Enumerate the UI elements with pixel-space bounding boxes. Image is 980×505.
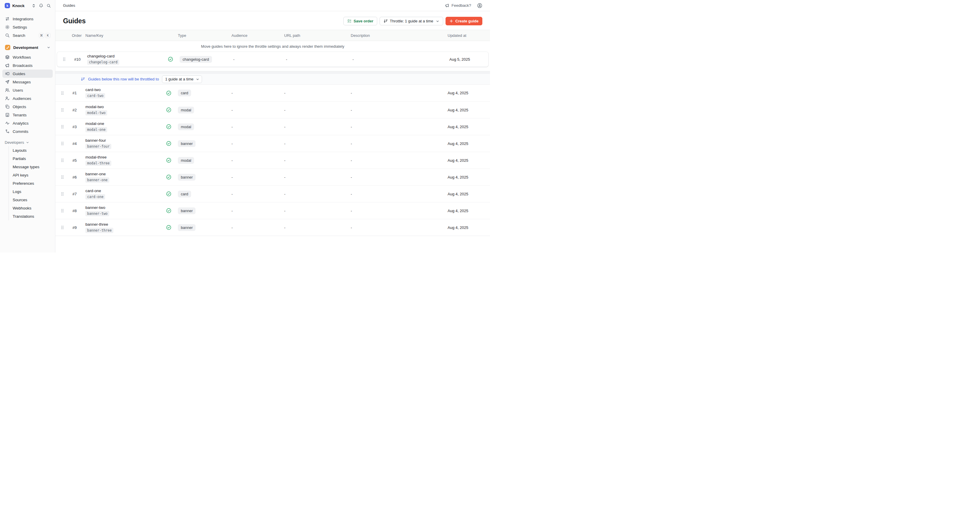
- sidebar-item-analytics[interactable]: Analytics: [2, 119, 53, 127]
- sidebar-nav: Integrations Settings Search ⌘ K Develop…: [0, 11, 55, 220]
- guide-name-link[interactable]: modal-two: [85, 105, 103, 109]
- workspace-switcher-icon[interactable]: [32, 3, 36, 8]
- throttle-divider-strip: [56, 71, 490, 74]
- check-circle-icon: [166, 91, 171, 96]
- row-audience: -: [229, 142, 282, 146]
- guide-name-link[interactable]: banner-one: [85, 172, 106, 176]
- guide-type-badge: banner: [178, 207, 196, 214]
- drag-handle[interactable]: [56, 209, 70, 213]
- sidebar-item-label: Objects: [13, 105, 26, 109]
- sidebar-item-message-types[interactable]: Message types: [9, 162, 55, 171]
- chevron-down-icon: [196, 78, 199, 81]
- guide-key-badge: banner-two: [85, 211, 109, 216]
- environment-switcher[interactable]: Development: [2, 43, 53, 52]
- guide-name-link[interactable]: banner-two: [85, 206, 105, 210]
- row-audience: -: [229, 108, 282, 112]
- sidebar-item-partials[interactable]: Partials: [9, 155, 55, 162]
- sidebar-item-label: Workflows: [13, 55, 31, 59]
- sidebar-item-workflows[interactable]: Workflows: [2, 53, 53, 61]
- drag-handle[interactable]: [56, 124, 70, 129]
- sidebar-item-label: Users: [13, 88, 23, 92]
- drag-handle[interactable]: [56, 225, 70, 229]
- row-order: #9: [70, 225, 84, 230]
- create-guide-button[interactable]: Create guide: [445, 17, 482, 25]
- guide-active-status: [166, 124, 174, 129]
- sidebar-item-settings[interactable]: Settings: [2, 23, 53, 31]
- sidebar-item-logs[interactable]: Logs: [9, 187, 55, 196]
- sidebar-item-webhooks[interactable]: Webhooks: [9, 204, 55, 212]
- row-updated-at: Aug 4, 2025: [447, 91, 490, 95]
- sidebar-item-api-keys[interactable]: API keys: [9, 171, 55, 179]
- sidebar-item-layouts[interactable]: Layouts: [9, 146, 55, 155]
- sidebar-item-commits[interactable]: Commits: [2, 127, 53, 135]
- sidebar-item-objects[interactable]: Objects: [2, 102, 53, 111]
- sidebar-item-messages[interactable]: Messages: [2, 78, 53, 86]
- drag-dots-icon: [60, 158, 64, 162]
- shortcut-key-k: K: [45, 33, 50, 38]
- sidebar-item-translations[interactable]: Translations: [9, 212, 55, 220]
- developers-group-toggle[interactable]: Developers: [0, 139, 55, 146]
- check-circle-icon: [166, 141, 171, 146]
- row-url-path: -: [282, 209, 350, 213]
- drag-handle[interactable]: [56, 142, 70, 145]
- sidebar-item-tenants[interactable]: Tenants: [2, 111, 53, 119]
- column-header-type: Type: [174, 33, 229, 38]
- sidebar-item-label: Integrations: [13, 17, 33, 21]
- guide-name-link[interactable]: card-two: [85, 88, 101, 92]
- row-updated-at: Aug 4, 2025: [447, 192, 490, 196]
- row-description: -: [350, 225, 447, 230]
- commit-branch-icon: [5, 129, 10, 134]
- row-description: -: [350, 142, 447, 146]
- drag-dots-icon: [60, 209, 64, 213]
- guide-key-badge: banner-four: [85, 144, 111, 149]
- row-description: -: [350, 124, 447, 129]
- guide-name-link[interactable]: card-one: [85, 188, 101, 193]
- search-icon[interactable]: [46, 3, 51, 8]
- throttle-amount-select[interactable]: 1 guide at a time: [162, 75, 202, 83]
- layers-icon: [5, 55, 10, 59]
- guide-name-link[interactable]: banner-four: [85, 138, 106, 143]
- feedback-button[interactable]: Feedback?: [445, 3, 471, 8]
- row-url-path: -: [282, 175, 350, 179]
- guide-active-status: [166, 107, 174, 113]
- guide-type-badge: modal: [178, 123, 194, 130]
- guide-name-link[interactable]: changelog-card: [87, 54, 115, 58]
- sidebar-item-label: Analytics: [13, 121, 29, 126]
- drag-handle[interactable]: [56, 108, 70, 112]
- sidebar-item-audiences[interactable]: Audiences: [2, 94, 53, 102]
- sidebar-item-guides[interactable]: Guides: [2, 70, 53, 78]
- sidebar-item-users[interactable]: Users: [2, 86, 53, 94]
- drag-handle[interactable]: [56, 91, 70, 95]
- row-description: -: [350, 175, 447, 179]
- drag-handle[interactable]: [56, 158, 70, 162]
- row-description: -: [350, 192, 447, 196]
- sidebar-item-integrations[interactable]: Integrations: [2, 15, 53, 23]
- save-order-button[interactable]: Save order: [344, 17, 377, 25]
- check-circle-icon: [166, 225, 171, 230]
- sidebar-item-sources[interactable]: Sources: [9, 196, 55, 204]
- chevron-down-icon: [26, 141, 29, 144]
- shortcut-key-cmd: ⌘: [39, 33, 45, 38]
- drag-handle[interactable]: [57, 57, 71, 61]
- workspace-logo: k: [5, 3, 10, 8]
- drag-handle[interactable]: [56, 192, 70, 196]
- row-url-path: -: [284, 57, 352, 62]
- guide-name-link[interactable]: banner-three: [85, 222, 108, 226]
- guide-name-link[interactable]: modal-one: [85, 121, 104, 126]
- sidebar-item-preferences[interactable]: Preferences: [9, 179, 55, 187]
- developers-sub-list: Layouts Partials Message types API keys …: [8, 146, 55, 220]
- notifications-bell-icon[interactable]: [39, 3, 43, 8]
- throttle-dropdown-button[interactable]: Throttle: 1 guide at a time: [380, 17, 443, 25]
- sidebar-item-broadcasts[interactable]: Broadcasts: [2, 61, 53, 70]
- row-order: #1: [70, 91, 84, 95]
- user-avatar-icon[interactable]: [477, 3, 482, 8]
- guide-name-link[interactable]: modal-three: [85, 155, 107, 159]
- breadcrumb: Guides: [63, 3, 75, 8]
- sidebar-item-search[interactable]: Search ⌘ K: [2, 31, 53, 40]
- main-content: Guides Feedback? Guides Save order Throt…: [56, 0, 490, 253]
- drag-dots-icon: [60, 91, 64, 95]
- drag-dots-icon: [60, 108, 64, 112]
- drag-handle[interactable]: [56, 175, 70, 179]
- table-row: #3 modal-one modal-one modal - - - Aug 4…: [56, 118, 490, 135]
- building-icon: [5, 113, 10, 117]
